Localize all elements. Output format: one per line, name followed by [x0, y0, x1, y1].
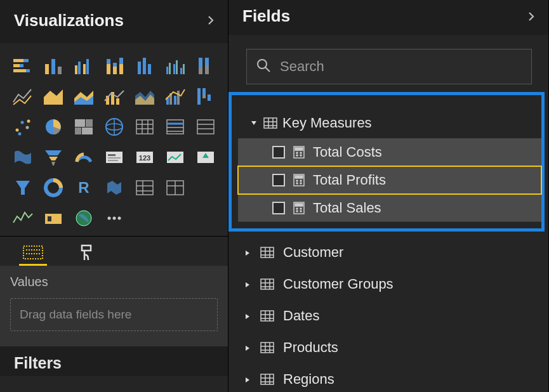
- measure-label: Total Profits: [313, 172, 386, 188]
- search-input[interactable]: [280, 58, 522, 75]
- viz-arcgis-globe[interactable]: [71, 206, 96, 231]
- fields-tab[interactable]: [19, 240, 47, 266]
- svg-marker-151: [246, 346, 249, 351]
- svg-rect-110: [264, 118, 277, 128]
- viz-stacked-bar[interactable]: [10, 53, 36, 79]
- viz-pie[interactable]: [41, 114, 66, 140]
- svg-rect-105: [82, 245, 91, 251]
- chevron-right-icon[interactable]: [526, 11, 537, 22]
- viz-clustered-column[interactable]: [71, 53, 96, 79]
- checkbox[interactable]: [272, 174, 285, 186]
- search-box[interactable]: [246, 49, 532, 84]
- viz-scatter[interactable]: [10, 114, 36, 140]
- viz-funnel[interactable]: [41, 145, 66, 170]
- svg-marker-133: [246, 251, 249, 256]
- viz-line[interactable]: [10, 84, 36, 109]
- viz-line-clustered[interactable]: [162, 84, 188, 109]
- viz-r-script[interactable]: R: [71, 175, 96, 200]
- svg-rect-11: [83, 64, 86, 74]
- table-icon: [260, 246, 274, 259]
- svg-rect-20: [143, 58, 146, 74]
- viz-treemap[interactable]: [71, 114, 96, 140]
- viz-slicer-vert[interactable]: [10, 175, 36, 200]
- svg-rect-10: [78, 62, 81, 74]
- svg-marker-74: [49, 157, 58, 160]
- svg-marker-157: [246, 377, 249, 382]
- table-icon: [260, 278, 274, 291]
- viz-python[interactable]: [10, 206, 36, 231]
- svg-rect-0: [13, 59, 23, 62]
- measure-total-costs[interactable]: Total Costs: [238, 138, 541, 166]
- svg-rect-122: [295, 176, 303, 178]
- svg-marker-75: [51, 162, 55, 166]
- table-regions[interactable]: Regions: [228, 363, 548, 392]
- viz-matrix[interactable]: [132, 114, 157, 140]
- viz-filled-map[interactable]: [102, 114, 127, 140]
- viz-column[interactable]: [41, 53, 66, 79]
- viz-stacked-column[interactable]: [102, 53, 127, 79]
- svg-rect-17: [119, 58, 123, 64]
- svg-point-117: [296, 152, 298, 154]
- values-well: Values Drag data fields here: [0, 266, 228, 346]
- viz-line-column[interactable]: [102, 84, 127, 109]
- viz-table[interactable]: [162, 114, 188, 140]
- viz-gauge[interactable]: [71, 145, 96, 170]
- table-label: Customer Groups: [283, 276, 394, 292]
- svg-rect-9: [75, 65, 77, 74]
- svg-rect-26: [180, 68, 182, 74]
- viz-ribbon[interactable]: [132, 84, 157, 109]
- svg-point-130: [300, 208, 301, 209]
- svg-rect-30: [199, 68, 202, 74]
- svg-marker-73: [45, 150, 62, 155]
- viz-area[interactable]: [41, 84, 66, 109]
- chevron-right-icon[interactable]: [205, 15, 216, 26]
- viz-kpi-arrow[interactable]: [193, 145, 218, 170]
- format-tab[interactable]: [72, 240, 100, 266]
- svg-rect-2: [13, 64, 20, 67]
- viz-map[interactable]: [10, 145, 36, 170]
- svg-rect-37: [116, 98, 119, 105]
- svg-rect-78: [108, 157, 121, 159]
- viz-100-stacked[interactable]: [193, 53, 218, 79]
- svg-rect-15: [113, 63, 117, 67]
- svg-rect-70: [197, 120, 214, 134]
- table-key-measures[interactable]: Key Measures: [238, 108, 541, 138]
- measure-total-profits[interactable]: Total Profits: [238, 166, 541, 194]
- viz-table3[interactable]: [162, 175, 188, 200]
- viz-slicer[interactable]: [193, 114, 218, 140]
- viz-donut[interactable]: [41, 175, 66, 200]
- viz-key-influencers[interactable]: [41, 206, 66, 231]
- viz-multi-card[interactable]: 123: [132, 145, 157, 170]
- caret-right-icon: [244, 308, 251, 324]
- svg-rect-102: [23, 246, 43, 259]
- svg-rect-7: [51, 59, 55, 74]
- table-dates[interactable]: Dates: [228, 300, 548, 332]
- viz-more-ellipsis[interactable]: [102, 206, 127, 231]
- svg-rect-158: [261, 374, 274, 384]
- svg-rect-25: [176, 60, 178, 74]
- svg-rect-43: [177, 91, 180, 105]
- measure-total-sales[interactable]: Total Sales: [238, 194, 541, 222]
- svg-rect-24: [173, 64, 175, 74]
- viz-waterfall[interactable]: [193, 84, 218, 109]
- table-products[interactable]: Products: [228, 332, 548, 363]
- checkbox[interactable]: [272, 146, 285, 159]
- checkbox[interactable]: [272, 202, 285, 214]
- viz-card[interactable]: [102, 145, 127, 170]
- viz-clustered-col2[interactable]: [162, 53, 188, 79]
- table-customer[interactable]: Customer: [228, 237, 548, 268]
- svg-line-108: [265, 67, 270, 72]
- svg-rect-42: [174, 96, 176, 105]
- svg-rect-1: [23, 59, 29, 62]
- svg-rect-152: [261, 343, 274, 353]
- viz-kpi[interactable]: [162, 145, 188, 170]
- table-customer-groups[interactable]: Customer Groups: [228, 268, 548, 300]
- viz-shape-map[interactable]: [102, 175, 127, 200]
- viz-table2[interactable]: [132, 175, 157, 200]
- svg-point-124: [300, 180, 301, 181]
- viz-clustered-bar[interactable]: [132, 53, 157, 79]
- values-drop-zone[interactable]: Drag data fields here: [10, 298, 218, 331]
- visualizations-grid: 123 R: [0, 43, 228, 236]
- viz-area-stacked[interactable]: [71, 84, 96, 109]
- svg-point-101: [118, 217, 121, 220]
